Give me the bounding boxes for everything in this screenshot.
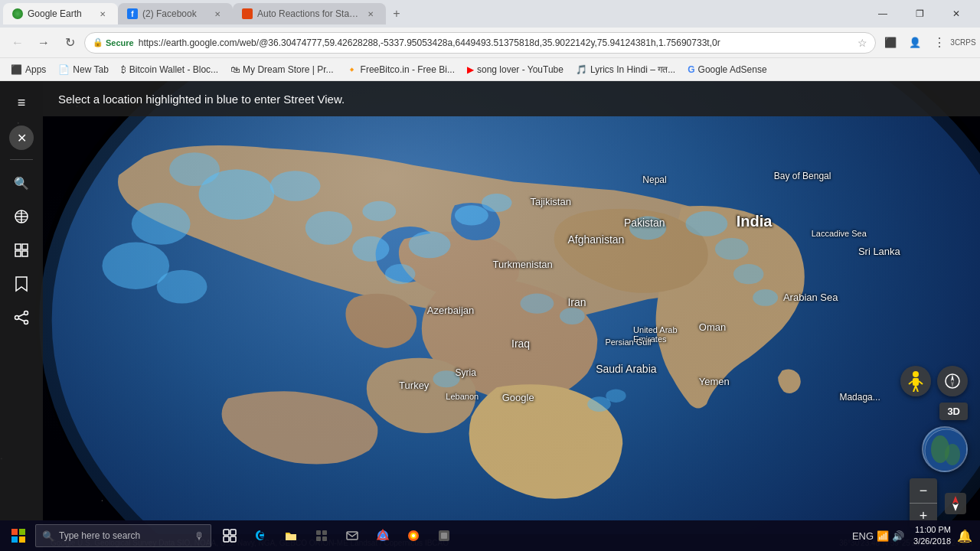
map-controls: 3D − + [900,366,968,528]
start-button[interactable] [3,520,34,551]
email-icon[interactable] [338,522,366,549]
svg-rect-87 [441,533,447,539]
system-clock[interactable]: 11:00 PM 3/26/2018 [913,524,954,548]
svg-rect-67 [11,529,18,535]
svg-line-50 [18,318,24,321]
tab-auto-reactions[interactable]: Auto Reactions for Statu... ✕ [233,3,386,24]
start-menu-icon[interactable] [308,522,335,549]
restore-button[interactable]: ❐ [902,3,937,24]
bookmark-apps[interactable]: ⬛ Apps [6,63,51,77]
extra-icon[interactable] [430,522,458,549]
toolbar: ← → ↻ 🔒 Secure https://earth.google.com/… [0,28,980,58]
network-icon[interactable]: 📶 [877,530,889,542]
svg-point-51 [913,371,919,377]
ge-menu-button[interactable]: ≡ [8,89,35,116]
svg-rect-45 [22,251,28,256]
svg-rect-73 [224,536,229,542]
minimize-button[interactable]: — [865,3,900,24]
window-controls: — ❐ ✕ [865,3,977,24]
bookmark-new-tab[interactable]: 📄 New Tab [54,63,113,77]
bookmark-freebitco[interactable]: 🔸 FreeBitco.in - Free Bi... [341,63,459,77]
bookmark-lyrics[interactable]: 🎵 Lyrics In Hindi – गत... [571,63,680,77]
notification-icon[interactable]: 🔔 [957,529,972,543]
chrome-icon[interactable] [369,522,397,549]
svg-rect-74 [230,536,236,542]
reload-button[interactable]: ↻ [58,31,81,54]
ge-layers-button[interactable] [8,203,35,230]
svg-line-49 [18,314,24,317]
ge-bookmark-button[interactable] [8,270,35,298]
back-button[interactable]: ← [6,31,29,54]
bookmarks-bar: ⬛ Apps 📄 New Tab ₿ Bitcoin Wallet - Bloc… [0,58,980,81]
bookmark-bitcoin[interactable]: ₿ Bitcoin Wallet - Bloc... [116,63,223,77]
ge-close-button[interactable]: ✕ [9,126,34,150]
svg-point-62 [945,444,960,465]
sidebar-divider-1 [10,159,33,160]
ge-search-button[interactable]: 🔍 [8,169,35,197]
mini-globe-row [922,426,968,472]
profile-button[interactable]: 👤 [903,31,926,54]
svg-rect-43 [22,244,28,249]
taskbar: 🔍 Type here to search 🎙 [0,520,980,551]
zoom-out-button[interactable]: − [910,478,937,503]
content-area: India Sri Lanka Tajikistan Pakistan Afgh… [0,81,980,551]
svg-rect-77 [316,536,321,541]
mini-globe[interactable] [922,426,968,472]
bookmark-dream-store[interactable]: 🛍 My Dream Store | Pr... [226,63,338,77]
svg-rect-44 [15,251,21,256]
close-button[interactable]: ✕ [939,3,974,24]
svg-point-46 [24,311,28,315]
compass-button[interactable] [937,366,968,396]
new-tab-button[interactable]: + [386,3,407,24]
url-text: https://earth.google.com/web/@36.3047477… [139,37,853,48]
svg-rect-79 [347,532,358,540]
tab-google-earth[interactable]: Google Earth ✕ [3,3,118,24]
svg-rect-68 [19,529,25,535]
sys-tray-icons: ENG 📶 🔊 [846,530,910,542]
north-arrow-icon[interactable] [943,491,968,516]
extensions-button[interactable]: ⬛ [879,31,902,54]
volume-icon[interactable]: 🔊 [892,530,904,542]
microphone-icon[interactable]: 🎙 [194,530,204,542]
lang-icon[interactable]: ENG [852,530,874,542]
file-explorer-icon[interactable] [277,522,305,549]
bookmark-star-icon[interactable]: ☆ [858,37,867,49]
tab-close-google-earth[interactable]: ✕ [96,8,109,20]
lock-icon: 🔒 [93,37,103,47]
svg-point-82 [381,533,385,538]
forward-button[interactable]: → [32,31,55,54]
svg-point-48 [24,321,28,324]
tab-close-facebook[interactable]: ✕ [211,8,224,20]
tab-close-auto-reactions[interactable]: ✕ [364,8,377,20]
task-view-button[interactable] [216,522,243,549]
taskbar-search-text: Type here to search [59,530,140,541]
map-area[interactable]: India Sri Lanka Tajikistan Pakistan Afgh… [0,81,980,551]
title-bar: Google Earth ✕ f (2) Facebook ✕ Auto Rea… [0,0,980,28]
svg-point-35 [39,81,980,551]
ge-share-button[interactable] [8,304,35,331]
pegman-button[interactable] [900,366,931,396]
view-3d-button[interactable]: 3D [939,403,968,420]
ge-sidebar: ≡ ✕ 🔍 [0,81,43,551]
address-bar[interactable]: 🔒 Secure https://earth.google.com/web/@3… [84,32,876,54]
menu-button[interactable]: ⋮ [928,31,951,54]
ge-maps-button[interactable] [8,236,35,264]
edge-icon[interactable] [247,522,274,549]
bookmark-youtube[interactable]: ▶ song lover - YouTube [462,63,568,77]
toolbar-actions: ⬛ 👤 ⋮ 3CRPS [879,31,974,54]
svg-line-55 [909,381,913,384]
taskbar-icons [216,522,458,549]
svg-marker-58 [951,374,954,381]
street-view-banner: Select a location highlighted in blue to… [43,81,980,116]
firefox-icon[interactable] [400,522,427,549]
tab-facebook[interactable]: f (2) Facebook ✕ [118,3,233,24]
taskbar-search-icon: 🔍 [42,530,54,542]
taskbar-search-box[interactable]: 🔍 Type here to search 🎙 [35,524,211,547]
svg-rect-78 [322,536,327,541]
svg-rect-71 [224,530,229,535]
bookmark-adsense[interactable]: G Google AdSense [683,63,771,77]
browser-frame: Google Earth ✕ f (2) Facebook ✕ Auto Rea… [0,0,980,551]
svg-line-54 [916,386,918,392]
secure-badge: 🔒 Secure [93,37,134,47]
svg-line-56 [919,381,923,384]
